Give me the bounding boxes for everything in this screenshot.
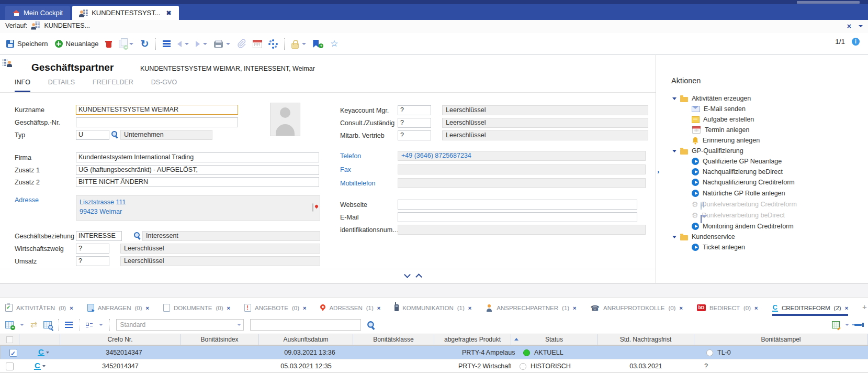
- action-natuerliche-gp-rolle[interactable]: Natürliche GP Rolle anlegen: [692, 189, 785, 198]
- action-termin-anlegen[interactable]: Termin anlegen: [692, 125, 749, 135]
- action-group-aktivitaeten[interactable]: Aktivitäten erzeugen: [672, 94, 751, 103]
- search-in-list-button[interactable]: [43, 321, 52, 328]
- expand-form-chevron[interactable]: [415, 273, 422, 280]
- photo-placeholder[interactable]: [270, 103, 300, 136]
- print-dropdown-icon[interactable]: [226, 43, 230, 45]
- column-header-crefo[interactable]: Crefo Nr.: [60, 334, 181, 345]
- action-nachqualifizierung-bedirect[interactable]: Nachqualifizierung beDirect: [692, 167, 783, 177]
- adresse-link-label[interactable]: Adresse: [15, 195, 39, 205]
- relations-button[interactable]: [272, 43, 274, 45]
- calendar-button[interactable]: [253, 40, 262, 48]
- wirtschaftszweig-key-input[interactable]: [76, 244, 109, 254]
- typ-key-input[interactable]: [76, 130, 109, 140]
- print-button[interactable]: [214, 40, 230, 48]
- collapse-caret-icon[interactable]: [672, 150, 677, 152]
- view-select[interactable]: Standard: [116, 319, 244, 331]
- list-tab-aktivitaeten[interactable]: AKTIVITÄTEN(0) ×: [5, 298, 73, 316]
- list-tab-anfragen[interactable]: ANFRAGEN(0) ×: [87, 298, 149, 316]
- lock-dropdown-icon[interactable]: [302, 43, 306, 45]
- column-header-auskunftsdatum[interactable]: Auskunftsdatum: [259, 334, 353, 345]
- action-aufgabe-erstellen[interactable]: Aufgabe erstellen: [692, 115, 754, 124]
- list-tab-ansprechpartner[interactable]: ANSPRECHPARTNER(1) ×: [486, 298, 576, 316]
- close-tab-icon[interactable]: ×: [70, 305, 73, 311]
- list-tab-anrufprotokolle[interactable]: ☎ ANRUFPROTOKOLLE(0) ×: [591, 298, 683, 316]
- action-ticket-anlegen[interactable]: Ticket anlegen: [692, 243, 745, 252]
- telefon-value[interactable]: +49 (3646) 8725687234: [398, 151, 646, 161]
- action-qualifizierte-gp-neuanlage[interactable]: Qualifizierte GP Neuanlage: [692, 157, 782, 166]
- bookmark-add-button[interactable]: +: [313, 39, 323, 48]
- sync-button[interactable]: ⇄: [30, 321, 37, 328]
- history-close-icon[interactable]: ×: [847, 21, 851, 31]
- close-tab-icon[interactable]: ×: [845, 305, 848, 311]
- adresse-line1[interactable]: Lisztstrasse 111: [80, 198, 317, 207]
- back-dropdown-icon[interactable]: [185, 43, 189, 45]
- window-tab-record[interactable]: KUNDENTESTSYST... ✖: [72, 6, 179, 20]
- column-header-produkt[interactable]: abgefragtes Produkt: [434, 334, 511, 345]
- table-settings-dropdown-icon[interactable]: [845, 324, 849, 326]
- list-tab-dokumente[interactable]: DOKUMENTE(0) ×: [163, 298, 230, 316]
- webseite-input[interactable]: [398, 200, 637, 210]
- mobiltelefon-link-label[interactable]: Mobiltelefon: [340, 179, 375, 189]
- close-tab-icon[interactable]: ×: [468, 305, 471, 311]
- zusatz1-input[interactable]: [76, 165, 319, 175]
- consult-key-input[interactable]: [398, 118, 431, 128]
- history-item[interactable]: KUNDENTES...: [44, 22, 90, 29]
- list-tab-angebote[interactable]: ANGEBOTE(0) ×: [244, 298, 306, 316]
- horizontal-splitter[interactable]: [0, 283, 868, 298]
- collapse-caret-icon[interactable]: [672, 97, 677, 100]
- refresh-button[interactable]: ↻: [140, 40, 149, 48]
- fax-link-label[interactable]: Fax: [340, 165, 351, 175]
- close-tab-icon[interactable]: ×: [303, 305, 306, 311]
- firma-input[interactable]: [76, 152, 319, 162]
- close-tab-icon[interactable]: ×: [679, 305, 682, 311]
- column-header-bonitaetsklasse[interactable]: Bonitätsklasse: [353, 334, 434, 345]
- collapse-panel-handle[interactable]: ›: [657, 168, 659, 175]
- adresse-line2[interactable]: 99423 Weimar: [80, 207, 317, 216]
- lock-button[interactable]: [291, 39, 306, 49]
- row-action-header[interactable]: [19, 334, 60, 345]
- action-erinnerung-anlegen[interactable]: Erinnerung anlegen: [692, 136, 760, 145]
- info-icon[interactable]: i: [852, 38, 860, 46]
- view-options-icon[interactable]: [86, 322, 93, 328]
- window-tab-cockpit[interactable]: Mein Cockpit: [5, 6, 70, 20]
- attachment-button[interactable]: [237, 39, 246, 48]
- action-email-senden[interactable]: E-Mail senden: [692, 104, 746, 114]
- tab-info[interactable]: INFO: [15, 79, 30, 92]
- list-tab-kommunikation[interactable]: KOMMUNIKATION(1) ×: [394, 298, 471, 316]
- list-tab-creditreform[interactable]: C CREDITREFORM(2) ×: [772, 298, 849, 316]
- list-tab-adressen[interactable]: ADRESSEN(1) ×: [320, 298, 380, 316]
- view-options-dropdown-icon[interactable]: [99, 324, 103, 326]
- tab-freifelder[interactable]: FREIFELDER: [93, 79, 133, 92]
- action-group-gp-qualifizierung[interactable]: GP-Qualifizierung: [672, 146, 743, 156]
- close-tab-icon[interactable]: ×: [227, 305, 230, 311]
- zusatz2-input[interactable]: [76, 177, 319, 187]
- table-row[interactable]: C 3452014347 05.03.2021 12:35 PRTY-2 Wir…: [0, 359, 868, 373]
- close-tab-icon[interactable]: ×: [754, 305, 758, 311]
- typ-lookup-icon[interactable]: [111, 130, 118, 138]
- history-dropdown-icon[interactable]: [859, 25, 863, 27]
- table-settings-icon[interactable]: [832, 321, 840, 328]
- row-action-dropdown-icon[interactable]: [42, 365, 46, 367]
- select-all-header[interactable]: [0, 334, 19, 345]
- navigate-back-button[interactable]: [177, 41, 189, 47]
- row-action-dropdown-icon[interactable]: [46, 352, 49, 354]
- menu-button[interactable]: [163, 40, 171, 42]
- new-entry-dropdown-icon[interactable]: [20, 324, 24, 326]
- geschaeftsbeziehung-key-input[interactable]: [76, 231, 122, 241]
- table-row[interactable]: C 3452014347 09.03.2021 13:36 PRTY-4 Amp…: [0, 345, 868, 360]
- telefon-link-label[interactable]: Telefon: [340, 151, 361, 161]
- favorite-button[interactable]: ☆: [330, 39, 338, 48]
- list-tab-bedirect[interactable]: bD BEDIRECT(0) ×: [697, 298, 758, 316]
- tab-details[interactable]: DETAILS: [48, 79, 75, 92]
- new-list-entry-button[interactable]: +: [5, 321, 14, 328]
- collapse-form-chevron[interactable]: [404, 271, 411, 278]
- close-tab-icon[interactable]: ✖: [166, 9, 172, 17]
- action-monitoring-aendern[interactable]: Monitoring ändern Creditreform: [692, 222, 794, 231]
- pin-panel-icon[interactable]: [854, 324, 862, 326]
- list-search-input[interactable]: [250, 319, 361, 331]
- delete-button[interactable]: [105, 40, 112, 48]
- search-icon[interactable]: [367, 321, 375, 329]
- new-record-button[interactable]: Neuanlage: [55, 40, 99, 48]
- list-menu-button[interactable]: [65, 322, 73, 323]
- column-header-nachtragsfrist[interactable]: Std. Nachtragsfrist: [598, 334, 694, 345]
